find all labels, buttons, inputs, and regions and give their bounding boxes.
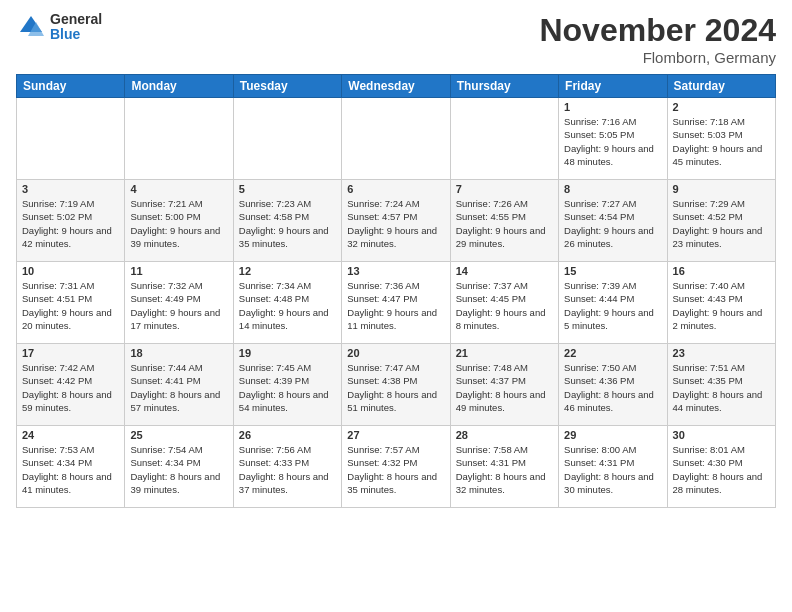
calendar-header: Sunday Monday Tuesday Wednesday Thursday… xyxy=(17,75,776,98)
col-sunday: Sunday xyxy=(17,75,125,98)
day-cell: 29Sunrise: 8:00 AM Sunset: 4:31 PM Dayli… xyxy=(559,426,667,508)
day-number: 17 xyxy=(22,347,119,359)
day-cell: 11Sunrise: 7:32 AM Sunset: 4:49 PM Dayli… xyxy=(125,262,233,344)
day-cell: 5Sunrise: 7:23 AM Sunset: 4:58 PM Daylig… xyxy=(233,180,341,262)
day-info: Sunrise: 8:00 AM Sunset: 4:31 PM Dayligh… xyxy=(564,443,661,496)
day-number: 6 xyxy=(347,183,444,195)
location: Flomborn, Germany xyxy=(539,49,776,66)
calendar: Sunday Monday Tuesday Wednesday Thursday… xyxy=(16,74,776,508)
day-cell: 10Sunrise: 7:31 AM Sunset: 4:51 PM Dayli… xyxy=(17,262,125,344)
logo-text: General Blue xyxy=(50,12,102,43)
day-number: 28 xyxy=(456,429,553,441)
day-info: Sunrise: 8:01 AM Sunset: 4:30 PM Dayligh… xyxy=(673,443,770,496)
day-number: 2 xyxy=(673,101,770,113)
day-info: Sunrise: 7:18 AM Sunset: 5:03 PM Dayligh… xyxy=(673,115,770,168)
day-cell xyxy=(125,98,233,180)
day-number: 5 xyxy=(239,183,336,195)
day-cell: 17Sunrise: 7:42 AM Sunset: 4:42 PM Dayli… xyxy=(17,344,125,426)
day-number: 16 xyxy=(673,265,770,277)
day-number: 23 xyxy=(673,347,770,359)
day-info: Sunrise: 7:42 AM Sunset: 4:42 PM Dayligh… xyxy=(22,361,119,414)
day-info: Sunrise: 7:37 AM Sunset: 4:45 PM Dayligh… xyxy=(456,279,553,332)
day-cell: 9Sunrise: 7:29 AM Sunset: 4:52 PM Daylig… xyxy=(667,180,775,262)
month-title: November 2024 xyxy=(539,12,776,49)
title-block: November 2024 Flomborn, Germany xyxy=(539,12,776,66)
day-cell: 2Sunrise: 7:18 AM Sunset: 5:03 PM Daylig… xyxy=(667,98,775,180)
day-info: Sunrise: 7:26 AM Sunset: 4:55 PM Dayligh… xyxy=(456,197,553,250)
day-info: Sunrise: 7:27 AM Sunset: 4:54 PM Dayligh… xyxy=(564,197,661,250)
day-cell: 7Sunrise: 7:26 AM Sunset: 4:55 PM Daylig… xyxy=(450,180,558,262)
col-wednesday: Wednesday xyxy=(342,75,450,98)
day-info: Sunrise: 7:50 AM Sunset: 4:36 PM Dayligh… xyxy=(564,361,661,414)
day-number: 14 xyxy=(456,265,553,277)
day-cell xyxy=(450,98,558,180)
day-number: 21 xyxy=(456,347,553,359)
day-number: 13 xyxy=(347,265,444,277)
day-info: Sunrise: 7:34 AM Sunset: 4:48 PM Dayligh… xyxy=(239,279,336,332)
day-info: Sunrise: 7:48 AM Sunset: 4:37 PM Dayligh… xyxy=(456,361,553,414)
day-cell: 22Sunrise: 7:50 AM Sunset: 4:36 PM Dayli… xyxy=(559,344,667,426)
day-info: Sunrise: 7:51 AM Sunset: 4:35 PM Dayligh… xyxy=(673,361,770,414)
day-info: Sunrise: 7:23 AM Sunset: 4:58 PM Dayligh… xyxy=(239,197,336,250)
day-cell: 27Sunrise: 7:57 AM Sunset: 4:32 PM Dayli… xyxy=(342,426,450,508)
day-number: 15 xyxy=(564,265,661,277)
week-row-3: 10Sunrise: 7:31 AM Sunset: 4:51 PM Dayli… xyxy=(17,262,776,344)
logo-icon xyxy=(16,12,46,42)
day-number: 26 xyxy=(239,429,336,441)
day-number: 24 xyxy=(22,429,119,441)
day-number: 4 xyxy=(130,183,227,195)
day-info: Sunrise: 7:54 AM Sunset: 4:34 PM Dayligh… xyxy=(130,443,227,496)
day-number: 9 xyxy=(673,183,770,195)
day-number: 11 xyxy=(130,265,227,277)
day-cell xyxy=(17,98,125,180)
day-cell: 14Sunrise: 7:37 AM Sunset: 4:45 PM Dayli… xyxy=(450,262,558,344)
day-info: Sunrise: 7:40 AM Sunset: 4:43 PM Dayligh… xyxy=(673,279,770,332)
week-row-4: 17Sunrise: 7:42 AM Sunset: 4:42 PM Dayli… xyxy=(17,344,776,426)
day-cell: 13Sunrise: 7:36 AM Sunset: 4:47 PM Dayli… xyxy=(342,262,450,344)
logo: General Blue xyxy=(16,12,102,43)
week-row-2: 3Sunrise: 7:19 AM Sunset: 5:02 PM Daylig… xyxy=(17,180,776,262)
day-number: 3 xyxy=(22,183,119,195)
day-info: Sunrise: 7:32 AM Sunset: 4:49 PM Dayligh… xyxy=(130,279,227,332)
day-info: Sunrise: 7:21 AM Sunset: 5:00 PM Dayligh… xyxy=(130,197,227,250)
day-info: Sunrise: 7:58 AM Sunset: 4:31 PM Dayligh… xyxy=(456,443,553,496)
day-number: 27 xyxy=(347,429,444,441)
logo-blue: Blue xyxy=(50,27,102,42)
header-row: Sunday Monday Tuesday Wednesday Thursday… xyxy=(17,75,776,98)
calendar-body: 1Sunrise: 7:16 AM Sunset: 5:05 PM Daylig… xyxy=(17,98,776,508)
day-cell: 3Sunrise: 7:19 AM Sunset: 5:02 PM Daylig… xyxy=(17,180,125,262)
col-tuesday: Tuesday xyxy=(233,75,341,98)
day-cell: 1Sunrise: 7:16 AM Sunset: 5:05 PM Daylig… xyxy=(559,98,667,180)
day-info: Sunrise: 7:56 AM Sunset: 4:33 PM Dayligh… xyxy=(239,443,336,496)
day-number: 29 xyxy=(564,429,661,441)
header: General Blue November 2024 Flomborn, Ger… xyxy=(16,12,776,66)
day-info: Sunrise: 7:24 AM Sunset: 4:57 PM Dayligh… xyxy=(347,197,444,250)
day-cell xyxy=(233,98,341,180)
day-info: Sunrise: 7:47 AM Sunset: 4:38 PM Dayligh… xyxy=(347,361,444,414)
day-info: Sunrise: 7:31 AM Sunset: 4:51 PM Dayligh… xyxy=(22,279,119,332)
day-cell: 19Sunrise: 7:45 AM Sunset: 4:39 PM Dayli… xyxy=(233,344,341,426)
day-info: Sunrise: 7:44 AM Sunset: 4:41 PM Dayligh… xyxy=(130,361,227,414)
day-cell: 25Sunrise: 7:54 AM Sunset: 4:34 PM Dayli… xyxy=(125,426,233,508)
day-number: 25 xyxy=(130,429,227,441)
logo-general: General xyxy=(50,12,102,27)
day-cell: 20Sunrise: 7:47 AM Sunset: 4:38 PM Dayli… xyxy=(342,344,450,426)
day-cell: 18Sunrise: 7:44 AM Sunset: 4:41 PM Dayli… xyxy=(125,344,233,426)
day-number: 7 xyxy=(456,183,553,195)
day-info: Sunrise: 7:19 AM Sunset: 5:02 PM Dayligh… xyxy=(22,197,119,250)
day-cell: 24Sunrise: 7:53 AM Sunset: 4:34 PM Dayli… xyxy=(17,426,125,508)
day-info: Sunrise: 7:53 AM Sunset: 4:34 PM Dayligh… xyxy=(22,443,119,496)
day-info: Sunrise: 7:57 AM Sunset: 4:32 PM Dayligh… xyxy=(347,443,444,496)
day-cell: 26Sunrise: 7:56 AM Sunset: 4:33 PM Dayli… xyxy=(233,426,341,508)
page: General Blue November 2024 Flomborn, Ger… xyxy=(0,0,792,612)
day-cell xyxy=(342,98,450,180)
week-row-1: 1Sunrise: 7:16 AM Sunset: 5:05 PM Daylig… xyxy=(17,98,776,180)
day-info: Sunrise: 7:39 AM Sunset: 4:44 PM Dayligh… xyxy=(564,279,661,332)
day-cell: 6Sunrise: 7:24 AM Sunset: 4:57 PM Daylig… xyxy=(342,180,450,262)
col-monday: Monday xyxy=(125,75,233,98)
day-number: 19 xyxy=(239,347,336,359)
day-cell: 16Sunrise: 7:40 AM Sunset: 4:43 PM Dayli… xyxy=(667,262,775,344)
day-number: 1 xyxy=(564,101,661,113)
day-cell: 23Sunrise: 7:51 AM Sunset: 4:35 PM Dayli… xyxy=(667,344,775,426)
day-info: Sunrise: 7:36 AM Sunset: 4:47 PM Dayligh… xyxy=(347,279,444,332)
